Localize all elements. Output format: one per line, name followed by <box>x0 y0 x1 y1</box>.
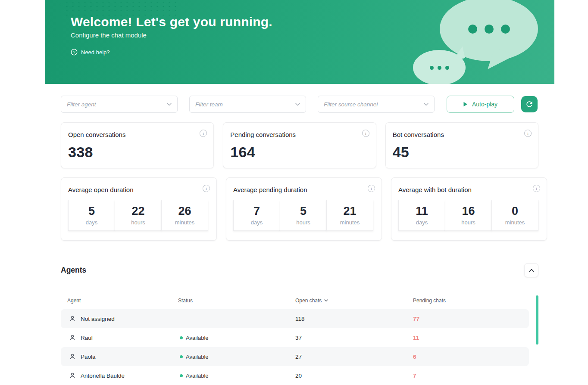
agent-cell: Paola <box>67 353 178 360</box>
segment-value: 0 <box>512 205 518 217</box>
column-label: Pending chats <box>413 298 446 304</box>
chevron-down-icon <box>167 103 172 106</box>
status-label: Available <box>186 354 209 360</box>
agents-header: Agents <box>61 263 538 277</box>
play-icon <box>463 102 468 107</box>
refresh-icon <box>525 100 534 109</box>
status-label: Available <box>186 335 209 341</box>
pending-conversations-card: Pending conversations i 164 <box>223 122 376 168</box>
average-pending-duration-card: Average pending duration i 7 days 5 hour… <box>226 177 382 241</box>
segment-unit: days <box>416 219 428 226</box>
card-title: Bot conversations <box>393 131 530 138</box>
segment-value: 5 <box>300 205 307 217</box>
segment-value: 21 <box>343 205 356 217</box>
segment-value: 5 <box>88 205 95 217</box>
segment-unit: days <box>251 219 263 226</box>
autoplay-button[interactable]: Auto-play <box>447 96 514 113</box>
duration-segment: 0 minutes <box>491 200 538 231</box>
status-label: Available <box>186 373 209 379</box>
filter-source-channel-select[interactable]: Filter source channel <box>318 96 435 113</box>
filter-agent-select[interactable]: Filter agent <box>61 96 178 113</box>
pending-chats-cell: 77 <box>413 316 529 322</box>
agent-name: Raul <box>81 335 93 341</box>
available-dot-icon <box>180 336 183 339</box>
table-row[interactable]: Raul Available 37 11 <box>61 328 529 347</box>
segment-value: 22 <box>131 205 144 217</box>
segment-unit: hours <box>461 219 475 226</box>
card-title: Average open duration <box>68 186 209 193</box>
average-open-duration-card: Average open duration i 5 days 22 hours … <box>61 177 217 241</box>
bubble-dot <box>445 66 449 70</box>
agent-name: Not assigned <box>81 316 115 322</box>
pending-chats-cell: 7 <box>413 373 529 379</box>
available-dot-icon <box>180 355 183 358</box>
duration-segments: 5 days 22 hours 26 minutes <box>68 200 209 231</box>
agent-name: Antonella Baulde <box>81 373 125 379</box>
chevron-up-icon <box>529 269 534 272</box>
status-cell: Available <box>178 335 295 341</box>
dashboard-content: Filter agent Filter team Filter source c… <box>61 96 538 385</box>
duration-segments: 7 days 5 hours 21 minutes <box>233 200 374 231</box>
available-dot-icon <box>180 374 183 377</box>
segment-value: 16 <box>462 205 475 217</box>
open-chats-cell: 118 <box>295 316 413 322</box>
duration-segment: 26 minutes <box>161 200 208 231</box>
bot-conversations-value: 45 <box>393 144 530 161</box>
average-with-bot-duration-card: Average with bot duration i 11 days 16 h… <box>391 177 547 241</box>
card-title: Average with bot duration <box>398 186 539 193</box>
agent-cell: Not assigned <box>67 315 178 322</box>
open-chats-cell: 27 <box>295 354 413 360</box>
person-icon <box>69 353 76 360</box>
info-icon[interactable]: i <box>362 130 369 137</box>
table-scrollbar[interactable] <box>536 295 538 345</box>
pending-chats-cell: 6 <box>413 354 529 360</box>
duration-segment: 5 days <box>68 200 115 231</box>
duration-segment: 7 days <box>233 200 280 231</box>
agent-name: Paola <box>81 354 96 360</box>
table-row[interactable]: Antonella Baulde Available 20 7 <box>61 366 529 385</box>
column-label: Agent <box>67 298 81 304</box>
status-cell: Available <box>178 373 295 379</box>
segment-unit: hours <box>131 219 145 226</box>
bubble-dot <box>438 66 441 70</box>
autoplay-label: Auto-play <box>472 101 497 108</box>
refresh-button[interactable] <box>521 96 538 112</box>
segment-unit: minutes <box>340 219 360 226</box>
open-chats-cell: 37 <box>295 335 413 341</box>
info-icon[interactable]: i <box>533 185 540 192</box>
chevron-down-icon <box>295 103 300 106</box>
agents-table-body: Not assigned 118 77 Raul Available <box>61 309 538 385</box>
filter-team-placeholder: Filter team <box>195 101 223 108</box>
agents-section-title: Agents <box>61 266 86 275</box>
segment-unit: minutes <box>175 219 195 226</box>
info-icon[interactable]: i <box>368 185 375 192</box>
card-title: Average pending duration <box>233 186 374 193</box>
table-row[interactable]: Paola Available 27 6 <box>61 347 529 366</box>
person-icon <box>69 334 76 341</box>
help-circle-icon: ? <box>71 49 78 56</box>
agents-table: Agent Status Open chats Pending chats <box>61 295 538 385</box>
segment-unit: days <box>86 219 97 226</box>
segment-value: 26 <box>178 205 191 217</box>
column-header-open-chats[interactable]: Open chats <box>295 298 413 304</box>
open-conversations-value: 338 <box>68 144 206 161</box>
info-icon[interactable]: i <box>203 185 210 192</box>
filter-bar: Filter agent Filter team Filter source c… <box>61 96 538 113</box>
card-title: Open conversations <box>68 131 206 138</box>
table-row[interactable]: Not assigned 118 77 <box>61 309 529 328</box>
collapse-agents-button[interactable] <box>524 263 538 277</box>
dots-pattern <box>64 0 176 16</box>
duration-segment: 11 days <box>398 200 445 231</box>
duration-segment: 21 minutes <box>326 200 373 231</box>
bubble-dot <box>485 25 494 34</box>
info-icon[interactable]: i <box>200 130 207 137</box>
info-icon[interactable]: i <box>524 130 532 137</box>
filter-source-placeholder: Filter source channel <box>324 101 378 108</box>
bubble-dot <box>501 25 510 34</box>
need-help-link[interactable]: ? Need help? <box>71 49 110 56</box>
pending-chats-cell: 11 <box>413 335 529 341</box>
banner-subtitle: Configure the chat module <box>71 31 147 39</box>
column-header-status: Status <box>178 298 295 304</box>
filter-team-select[interactable]: Filter team <box>189 96 306 113</box>
bubble-dot <box>468 25 477 34</box>
